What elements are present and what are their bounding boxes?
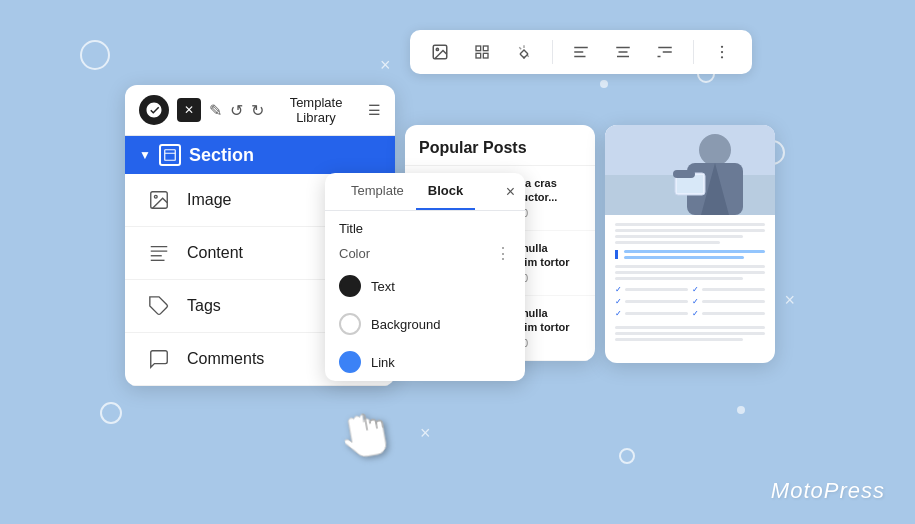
chevron-down-icon: ▼ — [139, 148, 151, 162]
tags-label: Tags — [187, 297, 221, 315]
svg-rect-18 — [165, 150, 176, 161]
background-color-option[interactable]: Background — [325, 305, 525, 343]
link-color-label: Link — [371, 355, 395, 370]
deco-circle-1 — [80, 40, 110, 70]
color-more-icon[interactable]: ⋮ — [495, 244, 511, 263]
block-tab[interactable]: Block — [416, 173, 475, 210]
article-panel: ✓ ✓ ✓ ✓ — [605, 125, 775, 363]
body-line-2 — [615, 271, 765, 274]
svg-point-1 — [436, 48, 438, 50]
section-block-header[interactable]: ▼ Section — [125, 136, 395, 174]
svg-point-16 — [721, 51, 723, 53]
check-icon-5: ✓ — [692, 297, 699, 306]
body-line-3 — [615, 277, 743, 280]
content-icon — [145, 239, 173, 267]
section-label: Section — [189, 145, 254, 166]
text-line-2 — [615, 229, 765, 232]
check-6: ✓ — [692, 309, 765, 318]
deco-x-2: × — [784, 290, 795, 311]
article-hero — [605, 125, 775, 215]
color-picker-popup: Template Block × Title Color ⋮ Text Back… — [325, 173, 525, 381]
highlight-line-1 — [624, 250, 765, 253]
comments-icon — [145, 345, 173, 373]
check-1: ✓ — [615, 285, 688, 294]
check-5: ✓ — [692, 297, 765, 306]
svg-rect-5 — [483, 53, 488, 58]
cursor-hand-icon — [340, 409, 393, 473]
deco-circle-3 — [100, 402, 122, 424]
section-block-icon — [159, 144, 181, 166]
comments-label: Comments — [187, 350, 264, 368]
check-text-5 — [702, 300, 765, 303]
check-4: ✓ — [692, 285, 765, 294]
title-section: Title — [325, 211, 525, 240]
align-right-btn[interactable] — [651, 38, 679, 66]
undo-icon[interactable]: ↺ — [230, 101, 243, 120]
check-icon-4: ✓ — [692, 285, 699, 294]
check-text-2 — [625, 300, 688, 303]
svg-rect-2 — [476, 46, 481, 51]
image-toolbar-btn[interactable] — [426, 38, 454, 66]
block-toolbar — [410, 30, 752, 74]
editor-toolbar: ✕ ✎ ↺ ↻ Template Library ☰ — [125, 85, 395, 136]
check-icon-3: ✓ — [615, 309, 622, 318]
text-color-label: Text — [371, 279, 395, 294]
image-icon — [145, 186, 173, 214]
text-line-4 — [615, 241, 720, 244]
toolbar-sep-1 — [552, 40, 553, 64]
toolbar-sep-2 — [693, 40, 694, 64]
check-text-6 — [702, 312, 765, 315]
link-color-option[interactable]: Link — [325, 343, 525, 381]
motopress-brand: MotoPress — [771, 478, 885, 504]
deco-x-1: × — [380, 55, 391, 76]
footer-line-3 — [615, 338, 743, 341]
article-content: ✓ ✓ ✓ ✓ — [605, 215, 775, 353]
background-color-swatch — [339, 313, 361, 335]
align-center-btn[interactable] — [609, 38, 637, 66]
check-2: ✓ — [615, 297, 688, 306]
svg-rect-34 — [673, 170, 695, 178]
grid-toolbar-btn[interactable] — [468, 38, 496, 66]
more-options-btn[interactable] — [708, 38, 736, 66]
svg-rect-4 — [476, 53, 481, 58]
text-color-swatch — [339, 275, 361, 297]
text-line-1 — [615, 223, 765, 226]
popup-tabs: Template Block × — [325, 173, 525, 211]
popup-close-btn[interactable]: × — [506, 183, 515, 201]
pencil-icon: ✎ — [209, 101, 222, 120]
arrows-toolbar-btn[interactable] — [510, 38, 538, 66]
text-line-3 — [615, 235, 743, 238]
check-icon-6: ✓ — [692, 309, 699, 318]
check-text-3 — [625, 312, 688, 315]
link-color-swatch — [339, 351, 361, 373]
svg-point-17 — [721, 56, 723, 58]
svg-rect-3 — [483, 46, 488, 51]
footer-line-2 — [615, 332, 765, 335]
content-label: Content — [187, 244, 243, 262]
align-left-btn[interactable] — [567, 38, 595, 66]
color-label: Color — [339, 246, 370, 261]
article-columns: ✓ ✓ ✓ ✓ — [615, 285, 765, 321]
check-icon-2: ✓ — [615, 297, 622, 306]
article-highlight — [615, 250, 765, 259]
toolbar-title: Template Library — [272, 95, 360, 125]
highlight-line-2 — [624, 256, 744, 259]
body-text — [615, 265, 765, 280]
check-text-4 — [702, 288, 765, 291]
deco-dot-2 — [737, 406, 745, 414]
svg-point-15 — [721, 46, 723, 48]
svg-point-29 — [699, 134, 731, 166]
text-color-option[interactable]: Text — [325, 267, 525, 305]
deco-x-3: × — [420, 423, 431, 444]
menu-icon[interactable]: ☰ — [368, 102, 381, 118]
color-section-header: Color ⋮ — [325, 240, 525, 267]
close-editor-btn[interactable]: ✕ — [177, 98, 201, 122]
svg-point-21 — [154, 195, 157, 198]
background-color-label: Background — [371, 317, 440, 332]
image-label: Image — [187, 191, 231, 209]
redo-icon[interactable]: ↻ — [251, 101, 264, 120]
check-icon-1: ✓ — [615, 285, 622, 294]
wp-logo — [139, 95, 169, 125]
template-tab[interactable]: Template — [339, 173, 416, 210]
tags-icon — [145, 292, 173, 320]
